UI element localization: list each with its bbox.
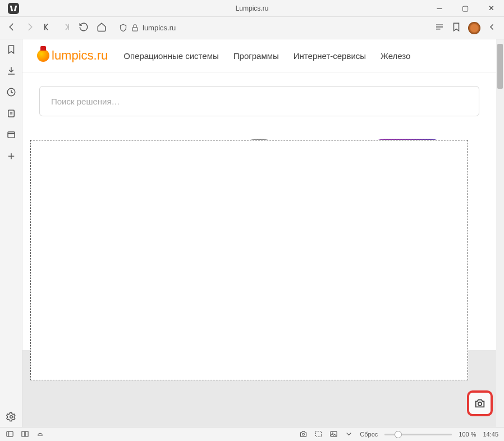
downloads-panel-icon[interactable] [6, 65, 17, 76]
svg-rect-26 [22, 431, 25, 437]
svg-point-23 [478, 402, 482, 406]
vivaldi-logo-icon [8, 3, 19, 14]
card-title: Что делать, если переворачивается экран … [55, 234, 167, 274]
card-thumbnail: acer [360, 280, 455, 350]
site-logo[interactable]: lumpics.ru [37, 48, 108, 63]
nav-programs[interactable]: Программы [233, 51, 279, 61]
svg-rect-17 [138, 346, 149, 350]
svg-rect-2 [132, 28, 138, 31]
scrollbar-thumb[interactable] [497, 44, 503, 89]
window-titlebar: Lumpics.ru ─ ▢ ✕ [0, 0, 504, 17]
minimize-button[interactable]: ─ [427, 0, 452, 17]
fastforward-button[interactable] [61, 22, 71, 34]
svg-point-28 [303, 433, 305, 435]
address-bar[interactable]: lumpics.ru [114, 20, 427, 36]
svg-rect-24 [7, 431, 13, 437]
reload-button[interactable] [79, 22, 89, 34]
zoom-slider[interactable] [384, 434, 452, 435]
reset-zoom[interactable]: Сброс [360, 431, 378, 438]
article-card[interactable]: Отправка изображений в Instagram Direct [336, 134, 479, 274]
home-button[interactable] [97, 22, 107, 34]
card-title: Уменьшение шумов микрофона в OBS [203, 234, 315, 261]
capture-button[interactable] [467, 390, 493, 416]
capture-page-icon[interactable] [299, 430, 308, 439]
image-status-icon[interactable] [329, 430, 338, 439]
card-thumbnail [217, 280, 301, 350]
site-nav: Операционные системы Программы Интернет-… [123, 51, 410, 61]
camera-icon [474, 397, 486, 410]
article-card[interactable]: Что делать, если переворачивается экран … [39, 134, 183, 274]
back-button[interactable] [7, 22, 17, 34]
svg-point-14 [10, 416, 12, 419]
close-button[interactable]: ✕ [478, 0, 504, 17]
chevron-down-icon[interactable] [345, 430, 353, 439]
settings-icon[interactable] [6, 411, 17, 422]
svg-rect-21 [286, 347, 299, 350]
bookmark-button[interactable] [451, 22, 461, 34]
zoom-slider-thumb[interactable] [395, 431, 402, 438]
svg-rect-29 [316, 431, 322, 437]
logo-icon [37, 49, 49, 62]
image-icon [423, 194, 457, 229]
zoom-level: 100 % [459, 431, 476, 438]
side-panel [0, 39, 22, 427]
lock-icon [131, 24, 139, 32]
forward-button[interactable] [25, 22, 35, 34]
url-text: lumpics.ru [143, 24, 176, 32]
card-title: Отправка изображений в Instagram Direct [351, 234, 464, 261]
window-panel-icon[interactable] [6, 129, 17, 140]
svg-point-16 [437, 208, 439, 211]
svg-rect-10 [8, 132, 15, 138]
card-thumbnail [365, 134, 450, 227]
rewind-button[interactable] [43, 22, 53, 34]
svg-rect-27 [25, 431, 28, 437]
logo-text: lumpics.ru [52, 48, 108, 63]
reader-button[interactable] [434, 22, 445, 34]
card-thumbnail [69, 280, 153, 350]
profile-icon[interactable] [468, 22, 480, 34]
history-panel-icon[interactable] [6, 87, 17, 98]
window-title: Lumpics.ru [236, 4, 269, 12]
article-card[interactable]: Уменьшение шумов микрофона в OBS [187, 134, 331, 274]
article-card[interactable]: acer [336, 280, 479, 350]
search-input[interactable]: Поиск решения… [39, 86, 479, 116]
article-card[interactable] [39, 280, 183, 350]
tiling-icon[interactable] [21, 430, 29, 439]
site-header: lumpics.ru Операционные системы Программ… [22, 39, 496, 72]
notes-panel-icon[interactable] [6, 108, 17, 119]
add-panel-icon[interactable] [6, 151, 17, 162]
sync-icon[interactable] [36, 430, 44, 439]
bookmarks-panel-icon[interactable] [6, 44, 17, 55]
search-placeholder: Поиск решения… [51, 97, 120, 106]
card-thumbnail [217, 134, 301, 227]
panel-toggle-icon[interactable] [6, 430, 14, 439]
viewport: lumpics.ru Операционные системы Программ… [22, 39, 504, 427]
nav-hardware[interactable]: Железо [381, 51, 410, 61]
nav-os[interactable]: Операционные системы [123, 51, 219, 61]
article-card[interactable] [187, 280, 331, 350]
clock: 14:45 [483, 431, 498, 438]
shield-icon [119, 24, 127, 32]
toolbar: lumpics.ru [0, 17, 504, 39]
status-bar: Сброс 100 % 14:45 [0, 427, 504, 441]
send-icon [358, 194, 392, 229]
capture-area-icon[interactable] [314, 430, 323, 439]
scrollbar[interactable] [496, 39, 504, 427]
nav-services[interactable]: Интернет-сервисы [294, 51, 366, 61]
maximize-button[interactable]: ▢ [452, 0, 478, 17]
card-thumbnail [61, 134, 162, 227]
panel-toggle-button[interactable] [487, 22, 497, 34]
